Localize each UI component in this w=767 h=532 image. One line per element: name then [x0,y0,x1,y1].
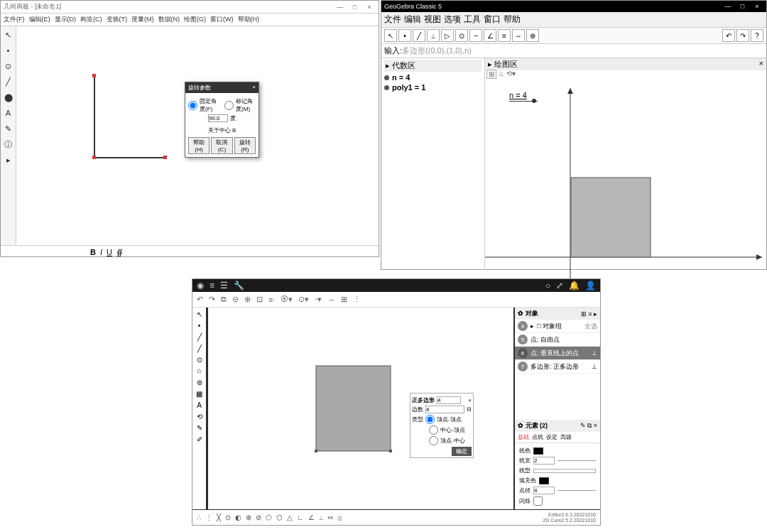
tab-basic[interactable]: 基础 [518,433,529,441]
object-row-7[interactable]: 7 多边形: 正多边形 ⊥ [515,360,600,374]
drawing-canvas[interactable]: 正多边形 × 边数 ⊟ 类型 顶点-顶点 中心-顶点 顶点-中心 确定 [208,308,513,509]
line-style-select[interactable] [533,469,596,473]
dlg-ok-button[interactable]: 确定 [452,447,472,456]
menu-view[interactable]: 视图 [424,13,441,26]
type-vc-radio[interactable] [429,436,438,445]
rotate-tool-icon[interactable]: ⟲ [197,413,202,420]
bt-hexagon-icon[interactable]: ⬡ [276,514,283,522]
type-cv-radio[interactable] [429,425,438,435]
math-format-icon[interactable]: ∯ [116,248,123,257]
menu-options[interactable]: 选项 [444,13,461,26]
object-row-5[interactable]: 5 点: 自由点 [515,333,600,347]
more-icon[interactable]: ⋮ [353,295,361,304]
text-tool-icon[interactable]: A [197,401,202,409]
home-icon[interactable]: ⌂ [499,70,504,79]
move-tool-icon[interactable]: ↖ [384,29,397,42]
menu-display[interactable]: 显示(D) [55,15,77,24]
copy-icon[interactable]: ⧉ [221,295,227,304]
bt-dots-icon[interactable]: ⋮ [205,514,212,522]
target-dropdown-icon[interactable]: ⦿▾ [281,295,293,304]
menu-measure[interactable]: 度量(M) [131,15,154,24]
menu-transform[interactable]: 变换(T) [107,15,128,24]
dlg-title-input[interactable] [437,396,461,404]
dlg-close-icon[interactable]: × [468,397,472,403]
bold-button[interactable]: B [90,248,96,257]
elem-edit-icon[interactable]: ✎ [580,422,586,429]
fill-color-swatch[interactable] [539,477,549,484]
bt-last-icon[interactable]: ⦶ [337,514,342,522]
circle-icon[interactable]: ○ [545,281,550,291]
bell-icon[interactable]: 🔔 [569,281,580,291]
wrench-icon[interactable]: 🔧 [234,281,244,291]
object-row-4[interactable]: 4▸ □ 对象组 全选 [515,320,600,333]
arrow-tool-icon[interactable]: ↖ [2,29,14,40]
menu-help[interactable]: 帮助(H) [238,15,260,24]
dot-dropdown-icon[interactable]: ◦▾ [315,295,322,304]
dialog-help-button[interactable]: 帮助(H) [188,137,210,154]
tab-settings[interactable]: 设定 [546,433,557,441]
logo-icon[interactable]: ◉ [197,281,204,291]
obj-hdr-play-icon[interactable]: ▸ [594,310,597,317]
line-tool-icon[interactable]: ╱ [413,29,425,42]
ring-tool-icon[interactable]: ⊚ [197,379,202,386]
list-icon[interactable]: ☰ [220,281,228,291]
circle-tool-icon[interactable]: ⊙ [197,356,202,364]
close-button[interactable]: × [363,4,376,11]
titlebar[interactable]: GeoGebra Classic 5 — □ × [381,1,766,12]
obj-hdr-grid-icon[interactable]: ⊞ [581,310,587,317]
pen-tool-icon[interactable]: ✎ [197,424,202,432]
line-width-input[interactable] [533,457,555,465]
polygon-tool-icon[interactable]: ⬤ [2,92,14,103]
width-slider[interactable] [557,460,596,461]
undo-icon[interactable]: ↶ [722,29,735,42]
transform-tool-icon[interactable]: ↔ [512,29,525,42]
bt-halfcircle-icon[interactable]: ◐ [235,514,241,522]
alg-item-poly1[interactable]: poly1 = 1 [384,83,482,92]
menu-graph[interactable]: 绘图(G) [184,15,206,24]
psize-slider[interactable] [557,490,596,491]
text-tool-icon[interactable]: A [2,107,14,119]
align-icon[interactable]: ≡· [268,295,275,304]
elem-close-icon[interactable]: × [594,422,597,429]
arrows-icon[interactable]: ↔ [327,295,335,304]
sides-input[interactable] [425,406,464,413]
menu-edit[interactable]: 编辑(E) [29,15,50,24]
titlebar[interactable]: 几何画板 - [未命名1] — □ × [1,1,379,13]
sketch-canvas[interactable]: 旋转参数 × 固定角度(F) 标记角度(M) 度 [16,26,379,245]
bt-circle-icon[interactable]: ⊙ [225,514,231,522]
menu-file[interactable]: 文件(F) [4,15,25,24]
menu-data[interactable]: 数据(N) [158,15,180,24]
pen-tool-icon[interactable]: ✎ [2,123,14,134]
polygon-tool-icon[interactable]: ▷ [441,29,454,42]
point-size-input[interactable] [533,487,555,494]
menu-help[interactable]: 帮助 [504,13,521,26]
bt-angle-icon[interactable]: ∠ [308,514,315,522]
dialog-cancel-button[interactable]: 取消(C) [211,137,232,154]
menu-file[interactable]: 文件 [384,13,401,26]
menu-edit[interactable]: 编辑 [404,13,421,26]
select-tool-icon[interactable]: ↖ [197,310,202,318]
minimize-button[interactable]: — [722,3,734,10]
tab-advanced[interactable]: 高级 [560,433,572,441]
axes-toggle-icon[interactable]: ⊞ [486,70,496,79]
star-tool-icon[interactable]: ☆ [196,367,202,375]
menu-tools[interactable]: 工具 [464,13,481,26]
bt-points-icon[interactable]: ∴ [197,514,201,522]
maximize-button[interactable]: □ [736,3,749,10]
graphics-view[interactable]: ▸ 绘图区 × ⊞ ⌂ ⟲▾ n = 4 [485,58,766,270]
bt-triangle-icon[interactable]: △ [287,514,293,522]
graphics-close-icon[interactable]: × [759,59,763,70]
bt-plus-icon[interactable]: ⊕ [246,514,251,522]
point-tool-icon[interactable]: • [398,29,411,42]
zoom-in-icon[interactable]: ⊕ [244,295,251,304]
angle-tool-icon[interactable]: ∠ [484,29,496,42]
edit-tool-icon[interactable]: ✐ [197,435,202,443]
line-tool-icon[interactable]: ╱ [197,344,202,352]
dialog-rotate-button[interactable]: 旋转(R) [234,137,256,154]
algebra-header[interactable]: ▸ 代数区 [384,60,482,72]
zoom-out-icon[interactable]: ⊝ [232,295,239,304]
underline-button[interactable]: U [107,248,112,257]
slider-n[interactable]: n = 4 [509,91,538,102]
blink-checkbox[interactable] [533,496,543,506]
menu-icon[interactable]: ≡ [210,281,214,291]
